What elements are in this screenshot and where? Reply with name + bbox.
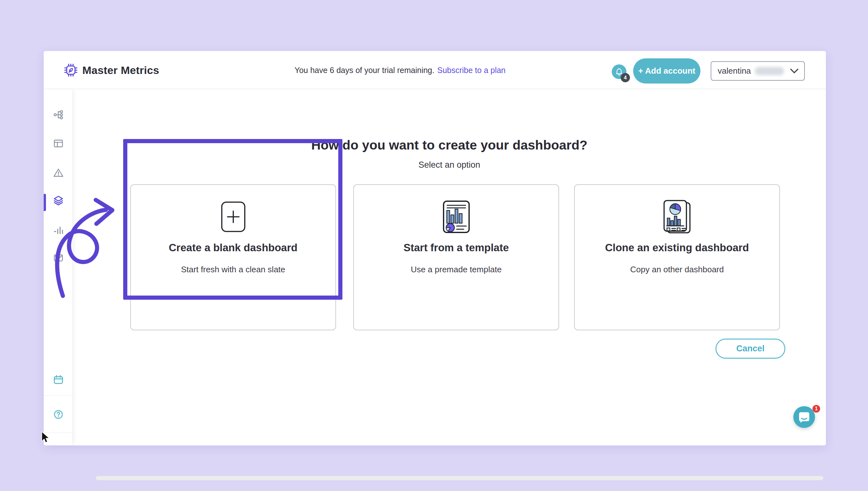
- option-title: Create a blank dashboard: [131, 242, 335, 254]
- option-description: Copy an other dashboard: [575, 265, 779, 275]
- brand-name: Master Metrics: [82, 64, 159, 77]
- option-start-from-template[interactable]: Start from a template Use a premade temp…: [353, 184, 559, 330]
- account-selector[interactable]: valentina: [711, 61, 805, 81]
- page-title: How do you want to create your dashboard…: [73, 138, 826, 153]
- option-description: Use a premade template: [354, 265, 559, 275]
- template-report-icon: [354, 200, 559, 233]
- redacted-account-surname: [755, 67, 784, 75]
- notification-count-badge: 4: [621, 73, 630, 82]
- brand-logo: Master Metrics: [64, 51, 159, 89]
- option-title: Start from a template: [354, 242, 559, 254]
- option-clone-existing-dashboard[interactable]: Clone an existing dashboard Copy an othe…: [574, 184, 780, 330]
- chat-launcher-button[interactable]: 1: [793, 406, 815, 428]
- option-title: Clone an existing dashboard: [575, 242, 779, 254]
- cancel-button[interactable]: Cancel: [715, 339, 785, 359]
- trial-message: You have 6 days of your trial remaining.: [295, 66, 434, 75]
- chat-bubble-icon: [798, 411, 811, 424]
- chip-leaf-logo-icon: [64, 64, 78, 77]
- page-subtitle: Select an option: [73, 160, 826, 170]
- chat-unread-badge: 1: [812, 405, 820, 412]
- option-create-blank-dashboard[interactable]: Create a blank dashboard Start fresh wit…: [130, 184, 336, 330]
- blank-dashboard-plus-icon: [131, 200, 335, 233]
- main-content: How do you want to create your dashboard…: [44, 89, 826, 445]
- account-name: valentina: [718, 66, 751, 76]
- screen: Master Metrics You have 6 days of your t…: [0, 0, 868, 491]
- trial-banner: You have 6 days of your trial remaining.…: [295, 51, 506, 89]
- top-header: Master Metrics You have 6 days of your t…: [44, 51, 826, 89]
- option-description: Start fresh with a clean slate: [131, 265, 335, 275]
- horizontal-scrollbar[interactable]: [96, 476, 823, 480]
- notifications-button[interactable]: 4: [612, 64, 626, 79]
- add-account-button[interactable]: + Add account: [633, 58, 701, 84]
- subscribe-link[interactable]: Subscribe to a plan: [437, 66, 506, 75]
- app-window: Master Metrics You have 6 days of your t…: [44, 51, 826, 445]
- clone-report-icon: [575, 200, 779, 233]
- chevron-down-icon: [789, 68, 799, 74]
